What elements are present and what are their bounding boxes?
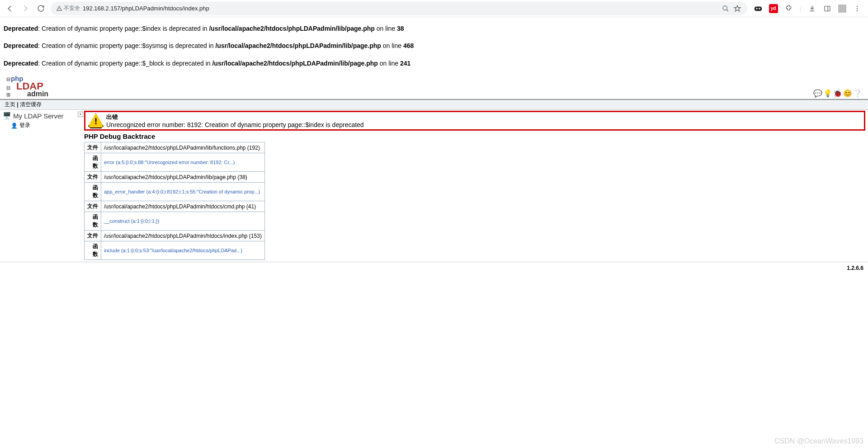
help-icon[interactable]: ❔ xyxy=(854,89,862,97)
deprecated-line: Deprecated: Creation of dynamic property… xyxy=(4,58,864,68)
error-box: 出错 Unrecognized error number: 8192: Crea… xyxy=(84,111,865,131)
forward-button[interactable] xyxy=(20,3,31,14)
table-row: 函数__construct (a:1:{i:0;i:1;}) xyxy=(85,212,265,231)
phpldapadmin-logo: ⊟php ⊟LDAP ⊞admin xyxy=(4,75,48,97)
home-link[interactable]: 主页 xyxy=(5,101,15,108)
svg-point-5 xyxy=(857,6,858,7)
sidepanel-icon[interactable] xyxy=(823,4,832,13)
table-row: 文件/usr/local/apache2/htdocs/phpLDAPadmin… xyxy=(85,172,265,183)
table-row: 函数error (a:5:{i:0;s:88:"Unrecognized err… xyxy=(85,153,265,172)
app-header: ⊟php ⊟LDAP ⊞admin 💬 💡 🐞 😊 ❔ xyxy=(0,75,868,100)
insecure-badge: 不安全 xyxy=(56,5,80,12)
backtrace-table: 文件/usr/local/apache2/htdocs/phpLDAPadmin… xyxy=(84,142,265,260)
request-feature-icon[interactable]: 💬 xyxy=(814,89,822,97)
svg-rect-4 xyxy=(825,6,830,11)
php-deprecated-notices: Deprecated: Creation of dynamic property… xyxy=(0,17,868,68)
deprecated-line: Deprecated: Creation of dynamic property… xyxy=(4,41,864,51)
smiley-icon[interactable]: 😊 xyxy=(844,89,852,97)
link-bar: 主页 | 清空缓存 xyxy=(0,100,868,110)
expand-tree-icon[interactable]: + xyxy=(78,112,83,117)
backtrace-heading: PHP Debug Backtrace xyxy=(84,132,865,140)
server-icon: 🖥️ xyxy=(3,112,11,120)
reload-button[interactable] xyxy=(35,3,46,14)
purge-cache-link[interactable]: 清空缓存 xyxy=(20,101,42,108)
svg-point-6 xyxy=(857,8,858,9)
svg-point-0 xyxy=(723,6,727,10)
svg-rect-1 xyxy=(754,6,762,11)
header-tool-icons: 💬 💡 🐞 😊 ❔ xyxy=(814,89,864,97)
deprecated-line: Deprecated: Creation of dynamic property… xyxy=(4,24,864,33)
chrome-extension-icons: yd | xyxy=(752,4,863,13)
warning-icon xyxy=(88,113,104,128)
back-button[interactable] xyxy=(5,3,15,14)
address-bar[interactable]: 不安全 192.168.2.157/phpLDAPadmin/htdocs/in… xyxy=(51,2,747,15)
url-text: 192.168.2.157/phpLDAPadmin/htdocs/index.… xyxy=(83,5,209,12)
error-title: 出错 xyxy=(106,113,364,121)
table-row: 函数app_error_handler (a:4:{i:0;i:8192;i:1… xyxy=(85,183,265,201)
zoom-icon[interactable] xyxy=(721,4,730,13)
person-icon: 👤 xyxy=(11,123,18,129)
lightbulb-icon[interactable]: 💡 xyxy=(824,89,832,97)
content-area: 出错 Unrecognized error number: 8192: Crea… xyxy=(84,110,868,260)
bookmark-star-icon[interactable] xyxy=(733,4,742,13)
extensions-icon[interactable] xyxy=(784,4,793,13)
table-row: 文件/usr/local/apache2/htdocs/phpLDAPadmin… xyxy=(85,142,265,153)
svg-point-3 xyxy=(759,8,760,9)
svg-point-2 xyxy=(756,8,757,9)
ext-icon-1[interactable] xyxy=(754,4,763,13)
bug-icon[interactable]: 🐞 xyxy=(834,89,842,97)
profile-avatar[interactable] xyxy=(838,5,846,13)
server-node[interactable]: 🖥️ My LDAP Server xyxy=(3,112,81,120)
version-label: 1.2.6.6 xyxy=(0,262,868,274)
download-icon[interactable] xyxy=(807,4,816,13)
table-row: 函数include (a:1:{i:0;s:53:"/usr/local/apa… xyxy=(85,241,265,260)
error-message: Unrecognized error number: 8192: Creatio… xyxy=(106,121,364,128)
sidebar: + 🖥️ My LDAP Server 👤 登录 xyxy=(0,110,84,260)
browser-toolbar: 不安全 192.168.2.157/phpLDAPadmin/htdocs/in… xyxy=(0,0,868,17)
main-layout: + 🖥️ My LDAP Server 👤 登录 出错 Unrecognized… xyxy=(0,110,868,260)
login-link[interactable]: 👤 登录 xyxy=(11,122,81,129)
kebab-menu-icon[interactable] xyxy=(853,4,862,13)
table-row: 文件/usr/local/apache2/htdocs/phpLDAPadmin… xyxy=(85,201,265,212)
svg-point-7 xyxy=(857,10,858,11)
table-row: 文件/usr/local/apache2/htdocs/phpLDAPadmin… xyxy=(85,231,265,241)
ext-icon-yd[interactable]: yd xyxy=(769,4,778,13)
